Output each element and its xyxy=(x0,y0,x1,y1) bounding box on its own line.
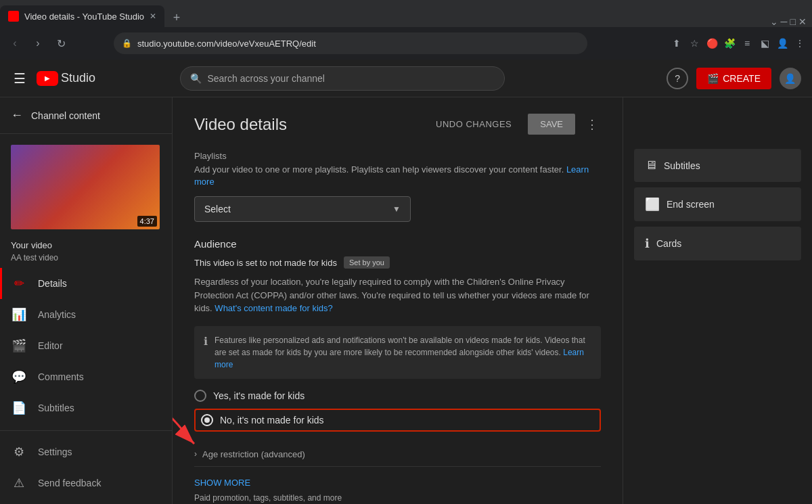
sidebar-icon[interactable]: ⬕ xyxy=(758,37,771,50)
sidebar-label-details: Details xyxy=(38,278,67,289)
video-title: Your video xyxy=(11,240,161,250)
subtitles-panel-label: Subtitles xyxy=(664,160,700,171)
profile-icon[interactable]: 👤 xyxy=(775,37,789,50)
main-content: ← Channel content 4:37 Your video AA tes… xyxy=(0,97,812,504)
bookmark-icon[interactable]: ☆ xyxy=(687,37,701,50)
create-label: CREATE xyxy=(723,73,761,84)
show-more-button[interactable]: SHOW MORE xyxy=(194,478,601,488)
sidebar-nav: ✏ Details 📊 Analytics 🎬 Editor 💬 Comment… xyxy=(0,268,172,430)
sidebar-item-subtitles[interactable]: 📄 Subtitles xyxy=(0,392,172,423)
page-header: Video details UNDO CHANGES SAVE ⋮ xyxy=(194,114,601,135)
kids-status-row: This video is set to not made for kids S… xyxy=(194,256,601,269)
active-tab[interactable]: Video details - YouTube Studio ✕ xyxy=(0,5,164,27)
paid-promo-text: Paid promotion, tags, subtitles, and mor… xyxy=(194,493,601,503)
page-actions: UNDO CHANGES SAVE ⋮ xyxy=(428,114,601,135)
menu-icon[interactable]: ⋮ xyxy=(793,37,807,50)
right-panel: 🖥 Subtitles ⬜ End screen ℹ Cards xyxy=(623,97,812,504)
playlist-select[interactable]: Select ▼ xyxy=(194,196,411,222)
kids-status-text: This video is set to not made for kids xyxy=(194,258,337,268)
sidebar-label-editor: Editor xyxy=(38,340,63,351)
dropdown-arrow-icon: ▼ xyxy=(392,204,401,214)
forward-button[interactable]: › xyxy=(28,34,47,53)
back-button[interactable]: ‹ xyxy=(5,34,24,53)
back-arrow-icon: ← xyxy=(11,108,23,122)
sidebar-bottom: ⚙ Settings ⚠ Send feedback xyxy=(0,430,172,504)
reload-button[interactable]: ↻ xyxy=(51,34,70,53)
save-button[interactable]: SAVE xyxy=(528,114,575,135)
lock-icon: 🔒 xyxy=(122,39,132,48)
info-icon: ℹ xyxy=(204,335,208,371)
more-options-button[interactable]: ⋮ xyxy=(583,114,601,135)
browser-tab-bar: Video details - YouTube Studio ✕ + ⌄ ─ □… xyxy=(0,0,812,27)
sidebar-item-editor[interactable]: 🎬 Editor xyxy=(0,330,172,361)
url-text: studio.youtube.com/video/veVxeuAETRQ/edi… xyxy=(137,39,316,49)
extension-icon-1[interactable]: 🔴 xyxy=(705,37,719,50)
studio-text: Studio xyxy=(61,71,95,85)
radio-yes-circle xyxy=(194,390,206,402)
info-box: ℹ Features like personalized ads and not… xyxy=(194,326,601,379)
subtitles-panel-icon: 🖥 xyxy=(645,158,657,173)
undo-button[interactable]: UNDO CHANGES xyxy=(428,114,520,135)
close-window-button[interactable]: ✕ xyxy=(798,16,807,27)
minimize-arrow[interactable]: ⌄ xyxy=(770,16,778,27)
sidebar-item-settings[interactable]: ⚙ Settings xyxy=(0,436,172,467)
tab-favicon xyxy=(8,11,19,22)
settings-icon: ⚙ xyxy=(11,444,27,459)
sidebar-label-feedback: Send feedback xyxy=(38,478,101,488)
age-restriction-row[interactable]: › Age restriction (advanced) xyxy=(194,442,601,467)
back-label: Channel content xyxy=(31,110,100,121)
what-content-link[interactable]: What's content made for kids? xyxy=(215,303,332,313)
browser-tab-extras: ⌄ ─ □ ✕ xyxy=(770,16,812,27)
right-panel-subtitles[interactable]: 🖥 Subtitles xyxy=(634,149,801,182)
radio-yes-option[interactable]: Yes, it's made for kids xyxy=(194,390,601,402)
radio-no-circle xyxy=(201,414,213,426)
age-restriction-label: Age restriction (advanced) xyxy=(202,449,305,459)
user-avatar[interactable]: 👤 xyxy=(780,68,801,89)
sidebar-item-comments[interactable]: 💬 Comments xyxy=(0,361,172,392)
subtitles-icon: 📄 xyxy=(11,400,27,415)
address-bar[interactable]: 🔒 studio.youtube.com/video/veVxeuAETRQ/e… xyxy=(114,32,587,54)
puzzle-icon[interactable]: 🧩 xyxy=(723,37,736,50)
top-bar-right: ? 🎬 CREATE 👤 xyxy=(667,68,801,89)
browser-toolbar: ‹ › ↻ 🔒 studio.youtube.com/video/veVxeuA… xyxy=(0,27,812,60)
right-panel-end-screen[interactable]: ⬜ End screen xyxy=(634,187,801,221)
video-subtitle: AA test video xyxy=(11,253,161,262)
search-input[interactable] xyxy=(207,73,495,84)
editor-icon: 🎬 xyxy=(11,338,27,353)
right-panel-cards[interactable]: ℹ Cards xyxy=(634,227,801,260)
select-value: Select xyxy=(204,204,231,214)
minimize-button[interactable]: ─ xyxy=(781,16,788,27)
playlists-label: Playlists xyxy=(194,151,601,161)
create-button[interactable]: 🎬 CREATE xyxy=(696,68,771,89)
comments-icon: 💬 xyxy=(11,369,27,384)
cards-label: Cards xyxy=(656,238,681,249)
help-button[interactable]: ? xyxy=(667,68,688,89)
sidebar-label-comments: Comments xyxy=(38,371,84,382)
info-text: Features like personalized ads and notif… xyxy=(215,334,591,371)
details-icon: ✏ xyxy=(11,276,27,291)
sidebar: ← Channel content 4:37 Your video AA tes… xyxy=(0,97,173,504)
hamburger-menu[interactable]: ☰ xyxy=(11,68,28,89)
back-to-channel[interactable]: ← Channel content xyxy=(0,97,172,134)
youtube-logo[interactable]: Studio xyxy=(37,71,95,86)
cards-icon: ℹ xyxy=(645,236,650,251)
sidebar-item-analytics[interactable]: 📊 Analytics xyxy=(0,299,172,330)
set-by-badge: Set by you xyxy=(344,256,390,269)
extension-icon-2[interactable]: ≡ xyxy=(740,37,754,50)
feedback-icon: ⚠ xyxy=(11,476,27,490)
sidebar-item-feedback[interactable]: ⚠ Send feedback xyxy=(0,467,172,499)
tab-title: Video details - YouTube Studio xyxy=(24,12,144,22)
sidebar-item-details[interactable]: ✏ Details xyxy=(0,268,172,299)
search-bar[interactable]: 🔍 xyxy=(180,66,505,91)
yt-icon xyxy=(37,71,58,86)
analytics-icon: 📊 xyxy=(11,307,27,322)
create-icon: 🎬 xyxy=(707,73,719,84)
new-tab-button[interactable]: + xyxy=(167,8,186,27)
radio-options: Yes, it's made for kids No, it's not mad… xyxy=(194,390,601,432)
radio-no-option[interactable]: No, it's not made for kids xyxy=(194,409,601,432)
close-tab-button[interactable]: ✕ xyxy=(150,12,156,21)
share-icon[interactable]: ⬆ xyxy=(670,37,683,50)
page-content: Video details UNDO CHANGES SAVE ⋮ Playli… xyxy=(173,97,623,504)
maximize-button[interactable]: □ xyxy=(790,16,796,27)
browser-toolbar-right: ⬆ ☆ 🔴 🧩 ≡ ⬕ 👤 ⋮ xyxy=(670,37,807,50)
